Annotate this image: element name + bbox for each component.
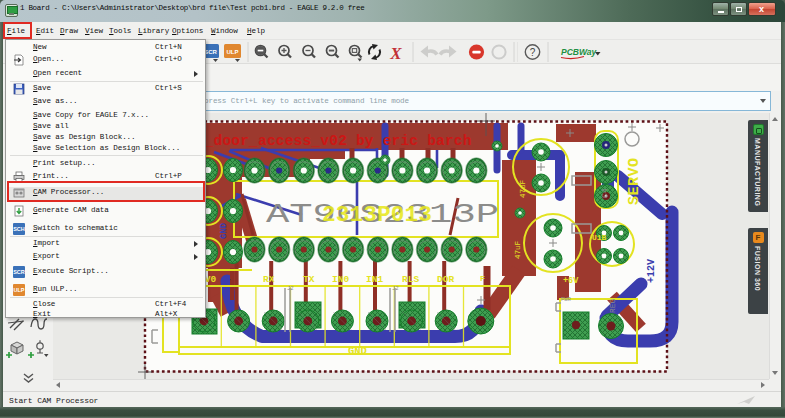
svg-text:J2: J2 [392,285,399,292]
svg-text:+12V: +12V [646,259,657,283]
svg-text:47uF: 47uF [519,180,527,198]
svg-text:SERVO: SERVO [626,157,643,205]
svg-text:X: X [389,44,402,63]
svg-text:-: - [226,274,232,285]
svg-text:SCR: SCR [204,49,217,55]
svg-text:J2: J2 [287,285,294,292]
svg-text:RLS: RLS [402,274,419,285]
svg-text:U1B: U1B [592,233,607,242]
svg-text:C4: C4 [600,188,609,198]
svg-text:IN0: IN0 [332,274,349,285]
svg-text:?: ? [530,47,536,58]
svg-text:rfid_door_access_v02 by eric b: rfid_door_access_v02 by eric barch [169,133,472,149]
svg-text:GND: GND [348,345,367,357]
svg-text:PWR: PWR [561,296,572,303]
svg-text:PCBWay: PCBWay [561,47,598,57]
svg-text:GND: GND [219,222,229,239]
svg-text:DOR: DOR [437,274,454,285]
svg-text:IN1: IN1 [366,274,383,285]
svg-text:47uF: 47uF [514,241,522,259]
svg-text:F: F [480,274,485,283]
svg-text:ULP: ULP [227,49,239,55]
svg-text:RX: RX [263,274,275,285]
svg-text:+6V: +6V [563,276,579,286]
svg-text:2313P013: 2313P013 [322,203,432,228]
svg-text:REG: REG [608,298,617,313]
svg-text:TX: TX [303,274,315,285]
